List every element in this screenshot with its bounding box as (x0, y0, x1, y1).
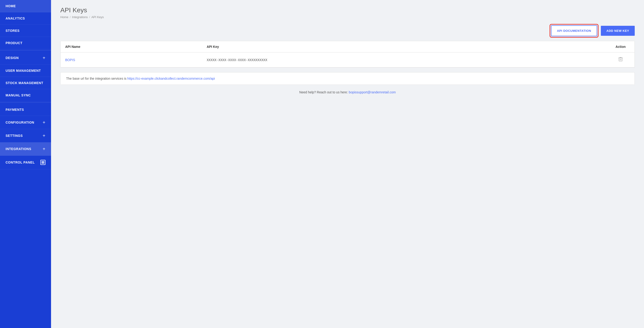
api-documentation-button[interactable]: API DOCUMENTATION (551, 25, 597, 36)
sidebar-item-label: CONTROL PANEL (6, 160, 35, 164)
sidebar-item-configuration[interactable]: CONFIGURATION + (0, 116, 51, 129)
api-key-value: XXXXX-XXXX-XXXX-XXXX-XXXXXXXXXX (207, 58, 267, 62)
sidebar-item-label: PAYMENTS (6, 108, 24, 111)
svg-rect-4 (619, 58, 622, 61)
sidebar-item-label: CONFIGURATION (6, 121, 34, 124)
sidebar-item-payments[interactable]: PAYMENTS (0, 104, 51, 116)
sidebar-divider-1 (0, 50, 51, 50)
sidebar: HOME ANALYTICS STORES PRODUCT DESIGN + U… (0, 0, 51, 328)
control-panel-icon (40, 160, 46, 165)
sidebar-item-label: SETTINGS (6, 134, 23, 137)
api-name-link[interactable]: BOPIS (65, 58, 75, 62)
sidebar-item-label: HOME (6, 4, 16, 8)
sidebar-item-control-panel[interactable]: CONTROL PANEL (0, 156, 51, 169)
col-header-name: API Name (60, 41, 202, 53)
sidebar-item-manual-sync[interactable]: MANUAL SYNC (0, 89, 51, 101)
sidebar-item-label: INTEGRATIONS (6, 147, 31, 151)
main-content: API Keys Home / Integrations / API Keys … (51, 0, 644, 328)
breadcrumb: Home / Integrations / API Keys (60, 15, 635, 19)
sidebar-divider-2 (0, 102, 51, 103)
col-header-key: API Key (202, 41, 607, 53)
sidebar-item-product[interactable]: PRODUCT (0, 37, 51, 49)
sidebar-item-label: ANALYTICS (6, 17, 25, 20)
breadcrumb-current: API Keys (92, 15, 104, 19)
sidebar-item-label: STORES (6, 29, 20, 33)
sidebar-item-home[interactable]: HOME (0, 0, 51, 12)
sidebar-item-label: USER MANAGEMENT (6, 69, 41, 72)
base-url-text: The base url for the integration service… (66, 77, 127, 80)
svg-rect-2 (42, 162, 43, 163)
help-email-link[interactable]: bopissupport@randemretail.com (349, 90, 396, 94)
sidebar-item-label: PRODUCT (6, 41, 22, 45)
sidebar-item-label: MANUAL SYNC (6, 93, 31, 97)
breadcrumb-sep-1: / (70, 15, 71, 19)
expand-icon: + (43, 133, 46, 138)
table-header-row: API Name API Key Action (60, 41, 634, 53)
sidebar-item-settings[interactable]: SETTINGS + (0, 129, 51, 142)
sidebar-item-label: STOCK MANAGEMENT (6, 81, 44, 85)
page-title: API Keys (60, 7, 635, 14)
action-bar: API DOCUMENTATION ADD NEW KEY (51, 24, 644, 41)
sidebar-item-integrations[interactable]: INTEGRATIONS + (0, 142, 51, 156)
sidebar-item-analytics[interactable]: ANALYTICS (0, 12, 51, 25)
expand-icon: + (43, 56, 46, 60)
add-new-key-button[interactable]: ADD NEW KEY (601, 26, 635, 36)
help-section: Need help? Reach out to us here: bopissu… (60, 90, 635, 94)
expand-icon: + (43, 146, 46, 151)
api-name-cell: BOPIS (60, 53, 202, 67)
page-header: API Keys Home / Integrations / API Keys (51, 0, 644, 24)
sidebar-item-design[interactable]: DESIGN + (0, 51, 51, 65)
sidebar-item-label: DESIGN (6, 56, 19, 60)
api-keys-table-container: API Name API Key Action BOPIS XXXXX-XXXX… (60, 41, 635, 68)
svg-rect-0 (42, 161, 43, 162)
expand-icon: + (43, 120, 46, 125)
base-url-link[interactable]: https://cc-example.clickandcollect.rande… (127, 77, 215, 80)
breadcrumb-integrations: Integrations (72, 15, 88, 19)
col-header-action: Action (607, 41, 634, 53)
api-keys-table: API Name API Key Action BOPIS XXXXX-XXXX… (60, 41, 634, 67)
sidebar-item-user-management[interactable]: USER MANAGEMENT (0, 65, 51, 77)
delete-icon[interactable] (618, 58, 623, 63)
svg-rect-1 (43, 161, 44, 162)
help-text: Need help? Reach out to us here: (299, 90, 349, 94)
svg-rect-3 (43, 162, 44, 163)
sidebar-item-stores[interactable]: STORES (0, 25, 51, 37)
api-key-cell: XXXXX-XXXX-XXXX-XXXX-XXXXXXXXXX (202, 53, 607, 67)
breadcrumb-sep-2: / (89, 15, 90, 19)
action-cell (607, 53, 634, 67)
breadcrumb-home: Home (60, 15, 68, 19)
info-section: The base url for the integration service… (60, 72, 635, 85)
table-row: BOPIS XXXXX-XXXX-XXXX-XXXX-XXXXXXXXXX (60, 53, 634, 67)
sidebar-item-stock-management[interactable]: STOCK MANAGEMENT (0, 77, 51, 89)
